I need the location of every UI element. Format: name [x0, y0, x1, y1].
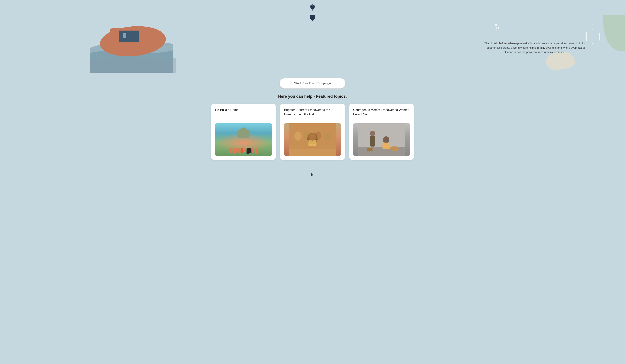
svg-point-8	[294, 131, 302, 141]
svg-rect-14	[312, 140, 312, 146]
svg-rect-23	[382, 143, 390, 149]
hand-illustration	[0, 15, 263, 73]
svg-point-11	[324, 133, 330, 140]
footer-area	[0, 171, 625, 181]
logo-icon	[308, 3, 317, 13]
featured-section: Here you can help - Featured topics: Re-…	[204, 92, 421, 171]
start-campaign-button[interactable]: Start Your Own Campaign	[279, 78, 345, 89]
card-3-title: Courageous Moms: Empowering Women Parent…	[353, 108, 410, 121]
card-3-image	[353, 123, 410, 156]
header	[0, 0, 625, 15]
nav-bar-partial	[310, 15, 315, 21]
svg-rect-5	[119, 30, 139, 42]
svg-point-15	[309, 133, 316, 141]
featured-section-title: Here you can help - Featured topics:	[211, 94, 414, 99]
card-2-title: Brighter Futures: Empowering the Dreams …	[284, 108, 341, 121]
building-silhouette	[236, 127, 251, 138]
campaign-card-1[interactable]: Re-Build a Home	[211, 104, 276, 160]
card-1-image	[215, 123, 272, 156]
svg-point-22	[383, 136, 389, 143]
svg-line-2	[311, 4, 311, 5]
svg-rect-13	[309, 140, 316, 146]
card-2-image	[284, 123, 341, 156]
hero-text-block: The digital platform where generosity fi…	[483, 41, 588, 54]
hero-section: The digital platform where generosity fi…	[0, 15, 625, 73]
deco-dots	[494, 24, 500, 29]
svg-point-20	[370, 131, 375, 136]
svg-point-24	[390, 146, 399, 152]
svg-line-1	[314, 4, 314, 5]
hero-description: The digital platform where generosity fi…	[483, 41, 588, 54]
svg-rect-21	[370, 136, 375, 147]
cta-section: Start Your Own Campaign	[0, 73, 625, 92]
svg-rect-16	[289, 149, 336, 156]
campaign-card-2[interactable]: Brighter Futures: Empowering the Dreams …	[280, 104, 345, 160]
svg-rect-25	[367, 148, 372, 152]
campaign-card-3[interactable]: Courageous Moms: Empowering Women Parent…	[349, 104, 414, 160]
svg-rect-6	[123, 33, 126, 38]
card-1-title: Re-Build a Home	[215, 108, 272, 121]
people-silhouettes	[230, 148, 257, 154]
cards-grid: Re-Build a Home	[211, 104, 414, 160]
cursor-icon	[310, 173, 315, 179]
